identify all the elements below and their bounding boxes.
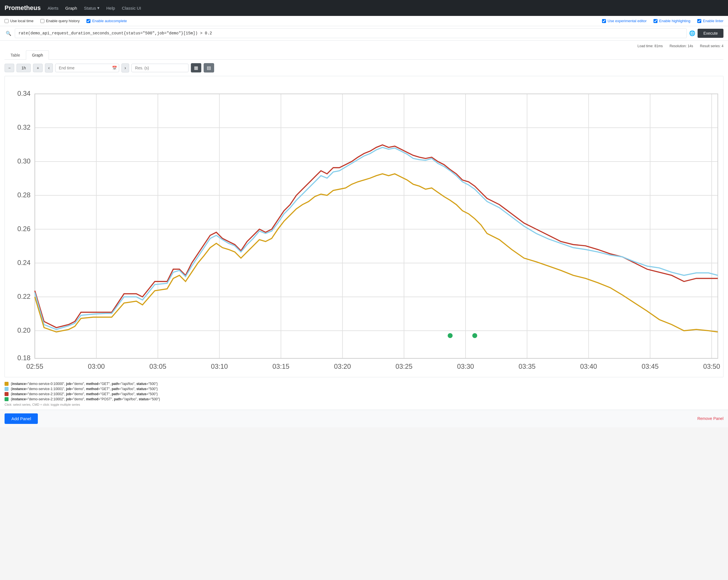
zoom-out-button[interactable]: − bbox=[4, 64, 14, 72]
enable-autocomplete-option[interactable]: Enable autocomplete bbox=[86, 19, 127, 23]
series-green bbox=[448, 333, 477, 338]
legend-label-4: {instance="demo-service-2:10002", job="d… bbox=[11, 397, 160, 401]
svg-text:03:20: 03:20 bbox=[334, 363, 351, 370]
add-panel-button[interactable]: Add Panel bbox=[4, 413, 38, 424]
svg-text:03:45: 03:45 bbox=[642, 363, 659, 370]
enable-linter-option[interactable]: Enable linter bbox=[697, 19, 724, 23]
line-chart-button[interactable]: ▦ bbox=[191, 63, 201, 73]
legend-color-3 bbox=[4, 392, 8, 396]
legend-color-2 bbox=[4, 387, 8, 391]
svg-text:03:05: 03:05 bbox=[149, 363, 166, 370]
enable-autocomplete-label: Enable autocomplete bbox=[92, 19, 127, 23]
enable-query-history-label: Enable query history bbox=[46, 19, 80, 23]
svg-text:0.28: 0.28 bbox=[17, 191, 30, 199]
enable-highlighting-checkbox[interactable] bbox=[653, 19, 657, 23]
legend-label-1: {instance="demo-service-0:10000", job="d… bbox=[11, 382, 158, 386]
nav-graph[interactable]: Graph bbox=[66, 4, 77, 12]
use-local-time-checkbox[interactable] bbox=[4, 19, 8, 23]
svg-text:03:10: 03:10 bbox=[211, 363, 228, 370]
nav-help[interactable]: Help bbox=[106, 4, 115, 12]
grid-lines bbox=[35, 94, 718, 358]
calendar-icon: 📅 bbox=[112, 66, 117, 70]
nav-alerts[interactable]: Alerts bbox=[48, 4, 58, 12]
svg-text:03:15: 03:15 bbox=[272, 363, 289, 370]
enable-linter-checkbox[interactable] bbox=[697, 19, 701, 23]
svg-text:03:50: 03:50 bbox=[703, 363, 720, 370]
svg-text:0.18: 0.18 bbox=[17, 354, 30, 362]
legend-color-4 bbox=[4, 397, 8, 401]
legend-item-3[interactable]: {instance="demo-service-2:10002", job="d… bbox=[4, 392, 724, 396]
y-axis: 0.34 0.32 0.30 0.28 0.26 0.24 0.22 0.20 … bbox=[17, 89, 30, 362]
svg-point-32 bbox=[472, 333, 477, 338]
svg-text:03:40: 03:40 bbox=[580, 363, 597, 370]
enable-query-history-checkbox[interactable] bbox=[41, 19, 44, 23]
legend-hint: Click: select series, CMD + click: toggl… bbox=[4, 403, 724, 406]
legend-label-2: {instance="demo-service-1:10001", job="d… bbox=[11, 387, 158, 391]
prev-time-button[interactable]: ‹ bbox=[45, 63, 53, 73]
enable-linter-label: Enable linter bbox=[703, 19, 724, 23]
use-experimental-editor-label: Use experimental editor bbox=[608, 19, 647, 23]
enable-autocomplete-checkbox[interactable] bbox=[86, 19, 90, 23]
legend-label-3: {instance="demo-service-2:10002", job="d… bbox=[11, 392, 158, 396]
navbar: Prometheus Alerts Graph Status ▾ Help Cl… bbox=[0, 0, 728, 16]
result-series-label: Result series: 4 bbox=[700, 44, 724, 48]
chart-container: 0.34 0.32 0.30 0.28 0.26 0.24 0.22 0.20 … bbox=[4, 76, 724, 377]
svg-text:0.34: 0.34 bbox=[17, 89, 30, 97]
execute-button[interactable]: Execute bbox=[698, 29, 724, 38]
status-bar: Load time: 81ms Resolution: 14s Result s… bbox=[4, 44, 724, 48]
resolution-label: Resolution: 14s bbox=[670, 44, 693, 48]
next-time-button[interactable]: › bbox=[122, 63, 129, 73]
use-local-time-label: Use local time bbox=[10, 19, 33, 23]
brand-logo[interactable]: Prometheus bbox=[4, 4, 41, 12]
svg-rect-30 bbox=[35, 94, 718, 358]
svg-text:0.26: 0.26 bbox=[17, 225, 30, 233]
svg-text:0.24: 0.24 bbox=[17, 259, 30, 266]
range-display: 1h bbox=[17, 64, 31, 72]
use-experimental-editor-option[interactable]: Use experimental editor bbox=[602, 19, 647, 23]
end-time-input[interactable] bbox=[55, 64, 119, 72]
tab-graph[interactable]: Graph bbox=[26, 50, 49, 60]
page-footer: Add Panel Remove Panel bbox=[0, 410, 728, 427]
bar-chart-icon: ▤ bbox=[207, 65, 211, 70]
nav-status-label: Status bbox=[84, 6, 96, 10]
enable-highlighting-label: Enable highlighting bbox=[659, 19, 691, 23]
svg-text:0.20: 0.20 bbox=[17, 326, 30, 334]
zoom-in-button[interactable]: + bbox=[33, 64, 43, 72]
graph-controls: − 1h + ‹ 📅 › ▦ ▤ bbox=[4, 63, 724, 73]
remove-panel-link[interactable]: Remove Panel bbox=[697, 416, 724, 421]
tab-table[interactable]: Table bbox=[4, 50, 26, 60]
svg-text:02:55: 02:55 bbox=[26, 363, 44, 370]
bar-chart-button[interactable]: ▤ bbox=[204, 63, 214, 73]
query-bar: 🔍 🌐 Execute bbox=[0, 26, 728, 41]
load-time-label: Load time: 81ms bbox=[638, 44, 663, 48]
query-input[interactable] bbox=[15, 28, 687, 38]
svg-text:0.30: 0.30 bbox=[17, 157, 30, 165]
nav-status-dropdown[interactable]: Status ▾ bbox=[84, 5, 100, 10]
resolution-input[interactable] bbox=[131, 64, 188, 72]
series-yellow bbox=[35, 174, 718, 332]
legend-item-4[interactable]: {instance="demo-service-2:10002", job="d… bbox=[4, 397, 724, 401]
main-panel: Load time: 81ms Resolution: 14s Result s… bbox=[0, 41, 728, 410]
use-local-time-option[interactable]: Use local time bbox=[4, 19, 33, 23]
end-time-wrap: 📅 bbox=[55, 64, 119, 72]
legend-item-1[interactable]: {instance="demo-service-0:10000", job="d… bbox=[4, 382, 724, 386]
x-axis: 02:55 03:00 03:05 03:10 03:15 03:20 03:2… bbox=[26, 363, 720, 370]
svg-text:0.32: 0.32 bbox=[17, 123, 30, 131]
tabs-container: Table Graph bbox=[4, 50, 724, 60]
options-bar: Use local time Enable query history Enab… bbox=[0, 16, 728, 26]
enable-highlighting-option[interactable]: Enable highlighting bbox=[653, 19, 691, 23]
legend-item-2[interactable]: {instance="demo-service-1:10001", job="d… bbox=[4, 387, 724, 391]
search-icon: 🔍 bbox=[4, 30, 12, 37]
legend: {instance="demo-service-0:10000", job="d… bbox=[4, 382, 724, 406]
vertical-grid bbox=[35, 94, 711, 358]
svg-text:03:25: 03:25 bbox=[395, 363, 413, 370]
use-experimental-editor-checkbox[interactable] bbox=[602, 19, 606, 23]
nav-classic-ui[interactable]: Classic UI bbox=[122, 4, 141, 12]
svg-point-31 bbox=[448, 333, 452, 338]
globe-icon: 🌐 bbox=[689, 30, 695, 36]
line-chart-icon: ▦ bbox=[194, 65, 198, 70]
dropdown-chevron-icon: ▾ bbox=[97, 5, 100, 10]
svg-text:03:35: 03:35 bbox=[519, 363, 536, 370]
svg-text:03:00: 03:00 bbox=[88, 363, 105, 370]
enable-query-history-option[interactable]: Enable query history bbox=[41, 19, 80, 23]
